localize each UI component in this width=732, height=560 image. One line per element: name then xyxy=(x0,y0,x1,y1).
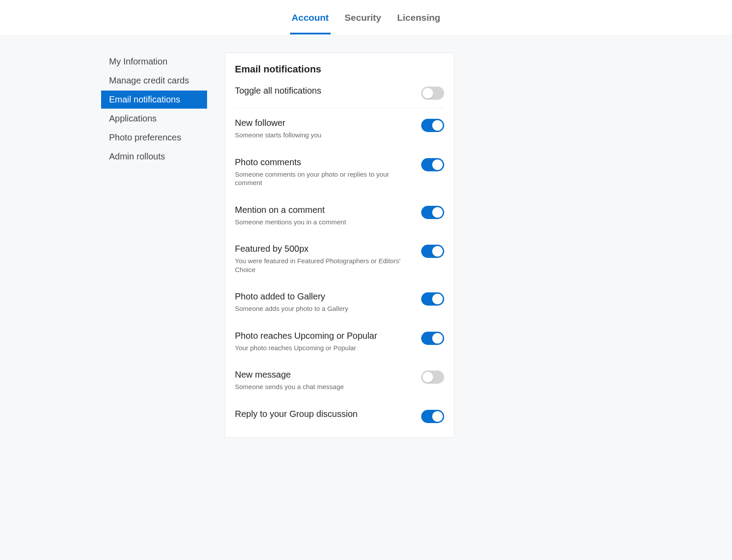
notif-desc: Someone starts following you xyxy=(235,131,414,140)
toggle-featured-500px[interactable] xyxy=(421,245,444,258)
notif-desc: You were featured in Featured Photograph… xyxy=(235,257,414,274)
notif-mention-comment: Mention on a comment Someone mentions yo… xyxy=(235,205,444,227)
toggle-knob xyxy=(432,411,443,422)
toggle-upcoming-popular[interactable] xyxy=(421,332,444,345)
toggle-new-message[interactable] xyxy=(421,371,444,384)
notif-featured-500px: Featured by 500px You were featured in F… xyxy=(235,244,444,274)
toggle-knob xyxy=(432,120,443,131)
toggle-knob xyxy=(432,159,443,170)
toggle-mention-comment[interactable] xyxy=(421,206,444,219)
notif-title: Photo added to Gallery xyxy=(235,291,414,302)
sidebar-item-admin-rollouts[interactable]: Admin rollouts xyxy=(101,148,207,166)
content-card: Email notifications Toggle all notificat… xyxy=(225,53,454,438)
notif-new-message: New message Someone sends you a chat mes… xyxy=(235,370,444,391)
notif-title: New follower xyxy=(235,118,414,128)
notif-upcoming-popular: Photo reaches Upcoming or Popular Your p… xyxy=(235,331,444,352)
sidebar-item-photo-preferences[interactable]: Photo preferences xyxy=(101,129,207,147)
container: My Information Manage credit cards Email… xyxy=(101,53,631,438)
notif-title: Reply to your Group discussion xyxy=(235,409,414,419)
toggle-photo-gallery[interactable] xyxy=(421,292,444,306)
sidebar: My Information Manage credit cards Email… xyxy=(101,53,207,438)
toggle-all-row: Toggle all notifications xyxy=(235,86,444,100)
notif-desc: Someone sends you a chat message xyxy=(235,382,414,391)
notif-desc: Someone adds your photo to a Gallery xyxy=(235,304,414,313)
notif-desc: Your photo reaches Upcoming or Popular xyxy=(235,344,414,352)
section-heading: Email notifications xyxy=(235,64,444,75)
sidebar-item-my-info[interactable]: My Information xyxy=(101,53,207,71)
top-tabs: Account Security Licensing xyxy=(0,0,732,35)
sidebar-item-applications[interactable]: Applications xyxy=(101,110,207,128)
toggle-all-switch[interactable] xyxy=(421,87,444,100)
toggle-new-follower[interactable] xyxy=(421,119,444,132)
notif-photo-comments: Photo comments Someone comments on your … xyxy=(235,157,444,187)
toggle-knob xyxy=(432,333,443,344)
notif-title: Photo reaches Upcoming or Popular xyxy=(235,331,414,341)
toggle-knob xyxy=(432,294,443,304)
main-area: My Information Manage credit cards Email… xyxy=(0,35,732,560)
tab-account[interactable]: Account xyxy=(290,7,331,34)
divider xyxy=(235,108,444,108)
notif-title: Photo comments xyxy=(235,157,414,167)
sidebar-item-manage-cc[interactable]: Manage credit cards xyxy=(101,72,207,90)
toggle-knob xyxy=(432,246,443,257)
toggle-reply-group[interactable] xyxy=(421,410,444,423)
notif-title: Mention on a comment xyxy=(235,205,414,215)
tab-security[interactable]: Security xyxy=(343,7,383,34)
toggle-knob xyxy=(423,88,433,98)
toggle-knob xyxy=(432,207,443,218)
toggle-all-label: Toggle all notifications xyxy=(235,86,414,96)
notif-desc: Someone comments on your photo or replie… xyxy=(235,170,414,187)
notif-title: New message xyxy=(235,370,414,380)
toggle-photo-comments[interactable] xyxy=(421,158,444,171)
notif-new-follower: New follower Someone starts following yo… xyxy=(235,118,444,140)
notif-title: Featured by 500px xyxy=(235,244,414,254)
notif-desc: Someone mentions you in a comment xyxy=(235,218,414,227)
notif-reply-group: Reply to your Group discussion xyxy=(235,409,444,423)
tab-licensing[interactable]: Licensing xyxy=(395,7,442,34)
notif-photo-gallery: Photo added to Gallery Someone adds your… xyxy=(235,291,444,313)
sidebar-item-email-notifications[interactable]: Email notifications xyxy=(101,91,207,109)
toggle-knob xyxy=(423,372,433,382)
